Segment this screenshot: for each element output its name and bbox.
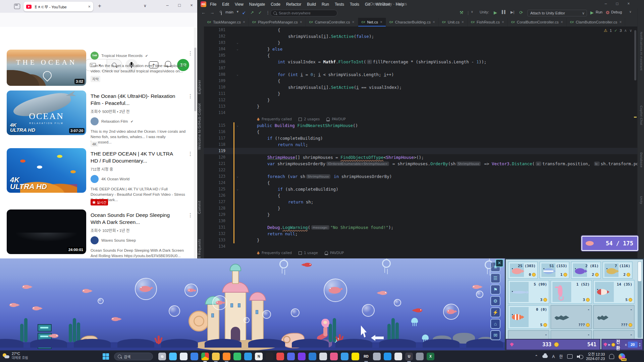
tab-close-icon[interactable]: ×: [300, 20, 302, 24]
unity-pause-icon[interactable]: ▌▌: [502, 10, 506, 14]
onedrive-icon[interactable]: [542, 355, 548, 358]
build-chevron-icon[interactable]: ∨: [471, 10, 473, 13]
annotation-text[interactable]: Frequently called: [262, 250, 292, 256]
code-line[interactable]: 118return null;: [204, 141, 637, 148]
video-result-item[interactable]: OCEANRELAXATION FILM4K ULTRA HD3:07:20Th…: [0, 90, 197, 145]
inventory-cell[interactable]: 7 (116)2: [602, 261, 633, 279]
new-tab-button[interactable]: +: [98, 3, 101, 9]
taskbar-app-9[interactable]: [244, 353, 252, 360]
code-line[interactable]: 106int visualIndex = Mathf.FloorToInt(f:…: [204, 59, 637, 65]
volume-icon[interactable]: [577, 355, 582, 359]
taskbar-app-11[interactable]: [266, 353, 273, 360]
code-line[interactable]: 111}: [204, 90, 637, 97]
video-title[interactable]: The Ocean (4K UltraHD)- Relaxation Film …: [91, 93, 181, 107]
unity-refresh-icon[interactable]: ⟳: [519, 10, 523, 15]
inventory-cell[interactable]: 51 (153)1: [539, 261, 570, 279]
code-line[interactable]: 133}: [204, 237, 637, 243]
taskbar-app-26[interactable]: X: [427, 353, 434, 360]
taskbar-app-19[interactable]: [352, 353, 359, 360]
video-thumbnail[interactable]: 24:00:01: [7, 209, 86, 254]
code-line[interactable]: 103⌄}: [204, 40, 637, 46]
menu-code[interactable]: Code: [271, 2, 280, 7]
toolbar-more-chevron-icon[interactable]: ∨: [629, 10, 632, 13]
game-menu-settings-button[interactable]: ⚙: [490, 296, 500, 306]
inventory-cell[interactable]: 14 (35)5: [593, 280, 635, 304]
browser-close-button[interactable]: ×: [188, 3, 195, 8]
tool-stripe-copilot-chat[interactable]: Copilot Chat: [639, 106, 643, 125]
taskbar-app-8[interactable]: [233, 353, 241, 360]
vcs-commit-icon[interactable]: ✓: [258, 10, 262, 15]
taskbar-app-17[interactable]: [330, 353, 338, 360]
debug-bug-icon[interactable]: ❂: [606, 10, 609, 15]
unity-step-icon[interactable]: ▶|: [511, 10, 514, 14]
code-line[interactable]: 124{: [204, 180, 637, 186]
channel-name[interactable]: Waves Souns Sleep: [101, 238, 136, 242]
code-line[interactable]: 108⌄for (int i = 0; i < shrimpVisuals.Le…: [204, 71, 637, 78]
file-tab[interactable]: C#Unit.cs×: [439, 18, 468, 26]
menu-file[interactable]: File: [210, 2, 216, 7]
build-hammer-icon[interactable]: ⚒: [460, 10, 464, 15]
channel-avatar[interactable]: THR: [91, 52, 99, 60]
ime-korean[interactable]: 한: [559, 354, 563, 359]
tray-chevron-icon[interactable]: ⌃: [535, 354, 538, 359]
tab-close-icon[interactable]: ×: [433, 20, 435, 24]
taskbar-app-24[interactable]: U: [405, 353, 413, 360]
code-line[interactable]: 122: [204, 167, 637, 173]
inventory-cell[interactable]: 1 (52)3: [550, 280, 592, 304]
code-line[interactable]: 114: [204, 110, 637, 116]
annotation-usages[interactable]: 2 usages: [304, 116, 320, 122]
browser-maximize-button[interactable]: □: [176, 3, 183, 8]
video-channel-row[interactable]: THRTropical House Records✔: [91, 52, 148, 60]
git-branch-name[interactable]: main: [225, 10, 233, 14]
inventory-cell[interactable]: -: [550, 330, 592, 339]
editor-scrollbar[interactable]: [634, 27, 637, 258]
taskbar-app-10[interactable]: N: [255, 353, 263, 360]
taskbar-weather-widget[interactable]: 27°C대체로 흐림: [3, 352, 28, 360]
inventory-cell[interactable]: 2 (81)2: [571, 261, 601, 279]
code-line[interactable]: 107: [204, 65, 637, 71]
taskbar-app-13[interactable]: [287, 353, 295, 360]
taskbar-app-18[interactable]: [341, 353, 348, 360]
channel-avatar[interactable]: [91, 236, 99, 244]
code-line[interactable]: 102shrimpVisuals[i].SetActive(false);: [204, 33, 637, 40]
taskbar-app-16[interactable]: [319, 353, 327, 360]
code-line[interactable]: 115⌄public Building FindNearestShrimpHou…: [204, 122, 637, 129]
file-tab[interactable]: C#CharacterBuilding.cs×: [386, 18, 439, 26]
code-editor[interactable]: 101{102shrimpVisuals[i].SetActive(false)…: [204, 27, 637, 258]
tool-stripe-notifications[interactable]: Notifications: [639, 32, 643, 51]
game-menu-map-button[interactable]: ⚑: [490, 285, 500, 295]
convert-bar[interactable]: ▶ 전환 x 20 ▲▼: [601, 339, 643, 350]
video-kebab-menu-icon[interactable]: ⋮: [188, 212, 193, 218]
game-menu-quests-button[interactable]: ☰: [490, 273, 500, 283]
code-line[interactable]: 101{: [204, 27, 637, 33]
taskbar-app-22[interactable]: [384, 353, 391, 360]
taskbar-app-7[interactable]: [223, 353, 230, 360]
channel-name[interactable]: 4K Ocean World: [101, 177, 129, 181]
menu-tests[interactable]: Tests: [335, 2, 344, 7]
code-line[interactable]: Frequently called1 usagePAVDUP: [204, 250, 637, 256]
code-line[interactable]: 134: [204, 243, 637, 250]
amount-spinner[interactable]: ▲▼: [639, 342, 641, 347]
code-line[interactable]: 130: [204, 218, 637, 224]
code-line[interactable]: 105{: [204, 52, 637, 59]
menu-navigate[interactable]: Navigate: [249, 2, 265, 7]
inventory-cell[interactable]: -: [593, 330, 635, 339]
taskbar-app-12[interactable]: [276, 353, 284, 360]
code-line[interactable]: 131Debug.LogWarning(message:"No ShrimpHo…: [204, 224, 637, 231]
annotation-text[interactable]: Frequently called: [262, 116, 292, 122]
run-label[interactable]: Run: [596, 10, 602, 14]
start-button[interactable]: [103, 353, 109, 360]
channel-name[interactable]: Relaxation Film: [101, 119, 128, 123]
inspections-widget[interactable]: ⚠1 ✓3 ∧ ∨: [604, 28, 632, 33]
left-arrow-icon[interactable]: [371, 335, 384, 341]
tab-list-chevron-icon[interactable]: ∨: [144, 3, 147, 8]
video-title[interactable]: THE DEEP OCEAN | 4K TV ULTRA HD / Full D…: [91, 150, 181, 164]
inventory-cell[interactable]: -???: [550, 305, 592, 329]
tab-close-icon[interactable]: ×: [352, 20, 354, 24]
tool-stripe-unity[interactable]: Unity: [639, 196, 643, 204]
code-line[interactable]: 123⌄foreach (var shShrimpHouse in shrimp…: [204, 173, 637, 180]
taskbar-app-15[interactable]: [309, 353, 316, 360]
menu-run[interactable]: Run: [322, 2, 329, 7]
video-kebab-menu-icon[interactable]: ⋮: [188, 93, 193, 99]
channel-avatar[interactable]: [91, 117, 99, 125]
